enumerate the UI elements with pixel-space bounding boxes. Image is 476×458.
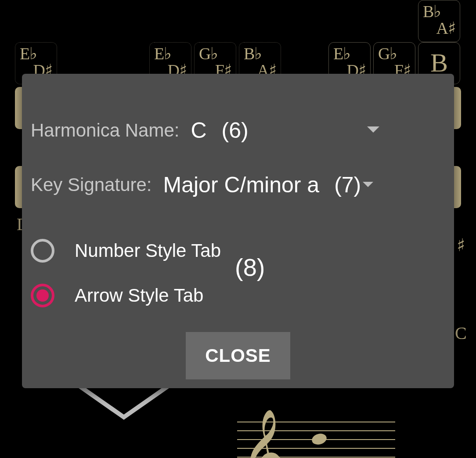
radio-arrow-tab[interactable]: Arrow Style Tab (31, 284, 221, 307)
bg-note-fragment: C (455, 323, 467, 343)
annotation-8: (8) (235, 253, 265, 281)
annotation-7: (7) (334, 172, 361, 198)
key-signature-row: Key Signature: Major C/minor a (7) (31, 172, 445, 198)
note-top: G♭ (199, 45, 231, 62)
staff-line (237, 457, 395, 458)
treble-clef-icon: 𝄞 (242, 430, 285, 458)
staff-line (237, 448, 395, 449)
note-tile: B♭ A♯ (418, 0, 460, 42)
key-signature-dropdown[interactable]: Major C/minor a (7) (163, 172, 374, 198)
settings-dialog: Harmonica Name: C (6) Key Signature: Maj… (22, 74, 454, 388)
close-button[interactable]: CLOSE (186, 332, 290, 379)
harmonica-name-label: Harmonica Name: (31, 120, 179, 141)
radio-icon (31, 284, 54, 307)
tab-style-radio-group: Number Style Tab Arrow Style Tab (31, 239, 221, 307)
chevron-down-icon (363, 181, 373, 189)
bg-note-fragment: ♯ (457, 235, 465, 256)
annotation-6: (6) (222, 118, 249, 143)
note-top: B♭ (244, 45, 276, 62)
tab-style-group-wrap: Number Style Tab Arrow Style Tab (8) (31, 227, 445, 307)
note-top: G♭ (378, 45, 411, 62)
radio-number-tab[interactable]: Number Style Tab (31, 239, 221, 263)
note-top: E♭ (154, 45, 187, 62)
harmonica-name-row: Harmonica Name: C (6) (31, 118, 445, 143)
staff-line (237, 430, 395, 431)
radio-arrow-label: Arrow Style Tab (75, 285, 203, 306)
staff-line (237, 422, 395, 422)
note-top: E♭ (20, 45, 52, 62)
key-signature-label: Key Signature: (31, 174, 152, 195)
chevron-down-icon (367, 126, 379, 134)
radio-number-label: Number Style Tab (75, 240, 221, 261)
harmonica-name-dropdown[interactable]: C (6) (191, 118, 445, 143)
staff-notehead (310, 432, 328, 446)
harmonica-name-value: C (191, 118, 206, 143)
key-signature-value: Major C/minor a (163, 172, 320, 198)
note-top: B♭ (423, 3, 455, 20)
note-top: E♭ (333, 45, 366, 62)
radio-icon (31, 239, 54, 263)
note-bot: A♯ (423, 20, 455, 36)
